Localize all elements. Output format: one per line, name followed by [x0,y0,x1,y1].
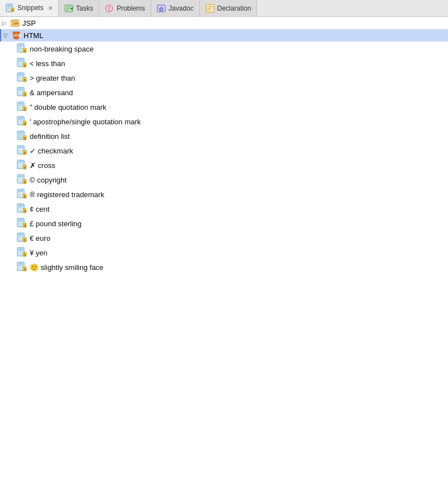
svg-text:HTML: HTML [14,34,21,37]
declaration-tab-icon [206,4,214,13]
svg-rect-25 [18,48,22,49]
list-item-ampersand[interactable]: S & ampersand [0,85,448,100]
svg-rect-69 [18,176,23,177]
list-item-apostrophe[interactable]: S ' apostrophe/single quotation mark [0,114,448,129]
svg-text:S: S [24,238,26,241]
tab-tasks[interactable]: Tasks [59,0,100,16]
tab-javadoc-label: Javadoc [169,4,194,12]
svg-rect-34 [18,74,23,75]
svg-text:S: S [24,136,26,139]
tab-tasks-label: Tasks [76,4,94,12]
svg-rect-73 [18,190,23,192]
snippet-icon-cross: S [17,160,27,171]
label-double-quotation: " double quotation mark [30,103,106,111]
tab-snippets-close[interactable]: ✕ [48,5,53,11]
list-item-cent[interactable]: S ¢ cent [0,202,448,216]
svg-rect-98 [18,265,22,266]
snippet-icon-registered-trademark: S [17,189,27,200]
svg-rect-56 [18,136,22,137]
svg-text:S: S [24,151,26,154]
label-cross: ✗ cross [30,161,55,170]
svg-rect-82 [18,220,23,221]
svg-text:S: S [24,267,26,271]
list-item-non-breaking-space[interactable]: S non-breaking space [0,41,448,56]
tab-problems-label: Problems [116,4,145,12]
jsp-label: JSP [22,19,36,27]
svg-text:JSP: JSP [13,22,18,25]
list-item-euro[interactable]: S € euro [0,231,448,245]
svg-text:S: S [24,180,26,183]
svg-rect-65 [18,161,23,162]
svg-rect-54 [18,132,23,133]
svg-rect-50 [18,119,22,120]
snippet-icon-euro: S [17,232,27,244]
tab-declaration-label: Declaration [217,4,251,12]
javadoc-tab-icon: @ [157,4,166,13]
label-yen: ¥ yen [30,249,48,257]
label-definition-list: definition list [30,132,70,141]
tab-snippets-label: Snippets [17,4,44,12]
svg-rect-97 [18,263,23,264]
list-item-checkmark[interactable]: S ✓ checkmark [0,143,448,158]
list-item-definition-list[interactable]: S definition list [0,129,448,143]
snippet-icon-definition-list: S [17,130,27,142]
svg-rect-44 [18,103,23,104]
svg-rect-93 [18,250,22,251]
svg-text:S: S [24,122,26,125]
list-item-cross[interactable]: S ✗ cross [0,158,448,172]
label-pound-sterling: £ pound sterling [30,220,82,228]
label-slightly-smiling-face: 🙂 slightly smiling face [30,263,104,272]
snippet-icon-checkmark: S [17,145,27,157]
tab-declaration[interactable]: Declaration [200,0,258,16]
svg-rect-24 [18,46,22,48]
tab-javadoc[interactable]: @ Javadoc [151,0,200,16]
list-item-registered-trademark[interactable]: S ® registered trademark [0,187,448,202]
svg-rect-55 [18,134,23,135]
problems-tab-icon: ! [105,4,114,13]
tasks-tab-icon [64,4,73,13]
label-registered-trademark: ® registered trademark [30,190,104,199]
svg-text:S: S [24,194,26,198]
label-apostrophe: ' apostrophe/single quotation mark [30,118,141,126]
snippet-icon-apostrophe: S [17,116,27,128]
svg-rect-35 [18,76,22,77]
html-label: HTML [24,31,43,40]
list-item-slightly-smiling-face[interactable]: S 🙂 slightly smiling face [0,260,448,274]
svg-text:S: S [24,165,26,169]
svg-rect-77 [18,205,23,206]
tab-problems[interactable]: ! Problems [99,0,151,16]
html-arrow-icon: ▽ [3,32,11,39]
list-item-double-quotation[interactable]: S " double quotation mark [0,100,448,114]
svg-rect-78 [18,207,22,208]
label-non-breaking-space: non-breaking space [30,45,94,53]
snippet-icon-non-breaking-space: S [17,43,27,55]
list-item-pound-sterling[interactable]: S £ pound sterling [0,216,448,231]
list-item-copyright[interactable]: S © copyright [0,172,448,187]
label-cent: ¢ cent [30,205,49,213]
label-checkmark: ✓ checkmark [30,147,73,155]
list-item-less-than[interactable]: S < less than [0,56,448,71]
list-item-yen[interactable]: S ¥ yen [0,245,448,260]
svg-rect-39 [18,88,23,90]
svg-text:S: S [24,49,26,52]
tree-node-html[interactable]: ▽ HTML HTML [0,29,448,41]
tree-container: ▷ JSP JSP ▽ HTML HTML [0,17,448,485]
snippet-icon-ampersand: S [17,87,27,99]
svg-text:S: S [24,92,26,96]
svg-rect-40 [18,90,22,91]
tab-snippets[interactable]: S Snippets ✕ [0,0,59,16]
label-less-than: < less than [30,59,65,68]
snippet-icon-greater-than: S [17,72,27,84]
list-item-greater-than[interactable]: S > greater than [0,71,448,85]
svg-rect-83 [18,221,22,222]
svg-text:@: @ [159,6,164,12]
svg-rect-1 [7,5,11,6]
svg-rect-30 [18,61,22,62]
svg-text:!: ! [109,6,110,12]
snippet-icon-yen: S [17,247,27,259]
svg-rect-3 [7,8,10,8]
svg-rect-23 [18,45,23,46]
snippet-icon-copyright: S [17,174,27,186]
tree-node-jsp[interactable]: ▷ JSP JSP [0,17,448,29]
jsp-arrow-icon: ▷ [2,20,10,26]
